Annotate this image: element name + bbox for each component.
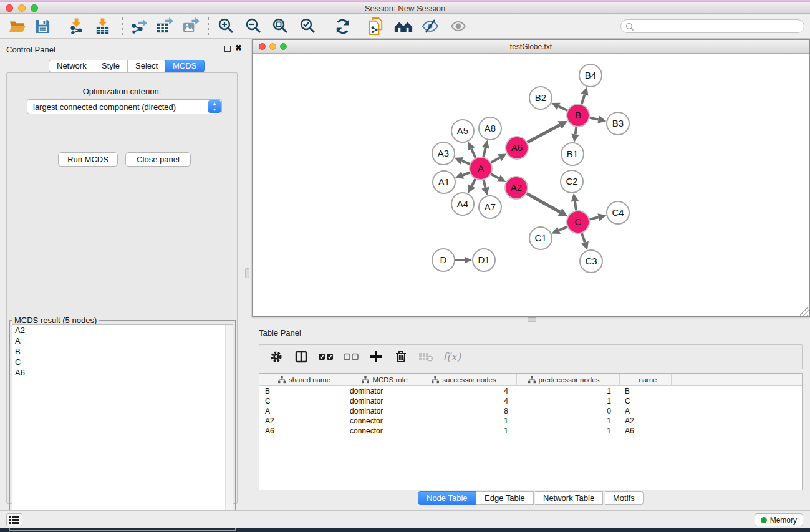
graph-edge-B-B4[interactable]: [581, 87, 588, 104]
zoom-selected-icon[interactable]: [297, 17, 317, 35]
graph-node-A3[interactable]: A3: [432, 142, 455, 165]
new-network-from-selection-icon[interactable]: [367, 17, 387, 35]
table-options-icon[interactable]: [268, 349, 284, 365]
graph-edge-B-B2[interactable]: [551, 103, 567, 110]
delete-table-icon[interactable]: [418, 349, 434, 365]
zoom-fit-icon[interactable]: [270, 17, 290, 35]
graph-node-A8[interactable]: A8: [479, 117, 501, 140]
graph-node-C4[interactable]: C4: [607, 201, 629, 224]
graph-edge-A2-C[interactable]: [527, 193, 568, 216]
graph-node-B4[interactable]: B4: [579, 64, 602, 87]
graph-edge-A-A2[interactable]: [491, 174, 506, 182]
unselect-all-columns-icon[interactable]: [343, 349, 359, 365]
first-neighbors-icon[interactable]: [393, 17, 413, 35]
graph-edge-C-C4[interactable]: [589, 213, 606, 221]
apply-layout-icon[interactable]: [332, 17, 352, 35]
graph-node-A[interactable]: A: [470, 157, 492, 180]
graph-node-A7[interactable]: A7: [479, 196, 501, 218]
graph-edge-A-A8[interactable]: [482, 140, 489, 157]
graph-edge-A-A1[interactable]: [455, 172, 470, 179]
graph-edge-B-B3[interactable]: [590, 115, 607, 123]
graph-node-C1[interactable]: C1: [529, 227, 552, 249]
result-list-item[interactable]: A: [12, 336, 233, 346]
show-column-icon[interactable]: [293, 349, 309, 365]
export-table-icon[interactable]: [155, 17, 175, 35]
column-header-MCDS-role[interactable]: MCDS role: [344, 374, 420, 386]
show-graphics-details-icon[interactable]: [448, 17, 468, 35]
graph-edge-D-D1[interactable]: [455, 256, 472, 263]
graph-node-C[interactable]: C: [567, 211, 589, 233]
graph-node-C2[interactable]: C2: [561, 170, 583, 193]
zoom-in-icon[interactable]: [216, 17, 236, 35]
graph-edge-A-A4[interactable]: [468, 179, 476, 193]
result-list-item[interactable]: A6: [12, 367, 233, 378]
tab-network-table[interactable]: Network Table: [535, 491, 603, 505]
graph-node-B2[interactable]: B2: [529, 87, 552, 109]
tab-network[interactable]: Network: [49, 60, 95, 72]
graph-node-D[interactable]: D: [432, 249, 455, 271]
memory-button[interactable]: Memory: [755, 513, 803, 526]
graph-node-B[interactable]: B: [567, 104, 589, 127]
close-panel-button[interactable]: Close panel: [125, 152, 191, 167]
result-list-item[interactable]: B: [12, 346, 233, 357]
search-input[interactable]: [636, 21, 798, 32]
window-resize-grip[interactable]: [800, 307, 809, 316]
table-row[interactable]: Bdominator41B: [259, 386, 802, 396]
float-panel-icon[interactable]: [224, 46, 231, 52]
result-list-item[interactable]: C: [12, 357, 233, 367]
graph-node-A2[interactable]: A2: [505, 177, 528, 199]
tab-motifs[interactable]: Motifs: [605, 491, 644, 505]
open-session-icon[interactable]: [7, 17, 27, 35]
mcds-result-list[interactable]: A2ABCA6: [12, 324, 233, 528]
column-header-shared-name[interactable]: shared name: [259, 374, 344, 386]
result-list-scrollbar[interactable]: [225, 325, 233, 528]
close-panel-icon[interactable]: ✖: [235, 43, 242, 52]
create-column-icon[interactable]: [368, 349, 384, 365]
graph-node-A4[interactable]: A4: [451, 193, 474, 215]
graph-edge-C-C3[interactable]: [581, 233, 589, 250]
run-mcds-button[interactable]: Run MCDS: [58, 152, 118, 167]
optimization-criterion-select[interactable]: largest connected component (directed) ▲…: [27, 99, 222, 114]
export-network-icon[interactable]: [128, 17, 148, 35]
tab-style[interactable]: Style: [94, 60, 128, 72]
result-list-item[interactable]: A2: [12, 325, 233, 336]
graph-edge-A-A3[interactable]: [455, 157, 470, 165]
graph-node-D1[interactable]: D1: [473, 249, 495, 271]
import-table-icon[interactable]: [92, 17, 112, 35]
hide-graphics-details-icon[interactable]: [420, 17, 440, 35]
graph-edge-A6-B[interactable]: [528, 121, 567, 142]
export-image-icon[interactable]: [181, 17, 201, 35]
table-row[interactable]: A2connector11A2: [259, 416, 802, 426]
graph-edge-C-C2[interactable]: [571, 193, 579, 210]
save-session-icon[interactable]: [32, 17, 52, 35]
tab-edge-table[interactable]: Edge Table: [476, 491, 534, 505]
table-row[interactable]: A6connector11A6: [259, 426, 802, 436]
network-canvas[interactable]: B4B2BB3B1A5A8A3A6AA1A2A4A7C2CC4C1C3DD1: [253, 54, 809, 316]
search-field[interactable]: [620, 19, 804, 33]
graph-node-A5[interactable]: A5: [451, 120, 474, 142]
divider-grip[interactable]: [528, 317, 536, 322]
import-network-icon[interactable]: [66, 17, 86, 35]
column-header-predecessor-nodes[interactable]: predecessor nodes: [517, 374, 620, 386]
select-all-columns-icon[interactable]: [318, 349, 334, 365]
graph-node-B1[interactable]: B1: [561, 143, 584, 165]
tab-mcds[interactable]: MCDS: [165, 60, 205, 72]
graph-edge-A-A7[interactable]: [481, 180, 489, 195]
table-row[interactable]: Adominator80A: [259, 406, 802, 416]
network-window-titlebar[interactable]: testGlobe.txt: [253, 40, 809, 54]
task-history-button[interactable]: [6, 513, 22, 526]
table-row[interactable]: Cdominator41C: [259, 396, 802, 406]
graph-node-A6[interactable]: A6: [506, 137, 528, 159]
column-header-name[interactable]: name: [620, 374, 672, 386]
graph-edge-A-A6[interactable]: [491, 153, 507, 162]
graph-edge-A-A5[interactable]: [468, 142, 475, 158]
divider-grip[interactable]: [245, 268, 249, 278]
delete-column-icon[interactable]: [393, 349, 409, 365]
graph-node-C3[interactable]: C3: [580, 250, 602, 273]
tab-select[interactable]: Select: [128, 60, 166, 72]
column-header-successor-nodes[interactable]: successor nodes: [420, 374, 517, 386]
vertical-split-divider[interactable]: [244, 39, 251, 510]
graph-node-B3[interactable]: B3: [607, 112, 629, 135]
zoom-out-icon[interactable]: [243, 17, 263, 35]
graph-edge-C-C1[interactable]: [551, 226, 567, 234]
